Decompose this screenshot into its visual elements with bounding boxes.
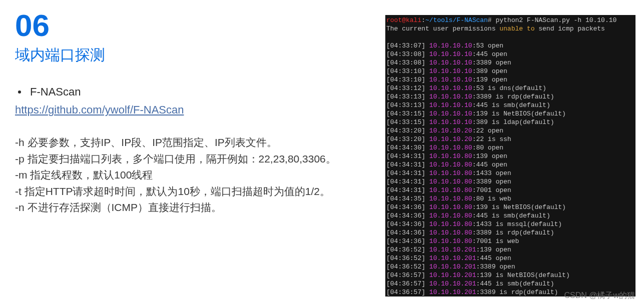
param-line: -h 必要参数，支持IP、IP段、IP范围指定、IP列表文件。 bbox=[15, 134, 370, 151]
param-line: -m 指定线程数，默认100线程 bbox=[15, 167, 370, 184]
param-line: -t 指定HTTP请求超时时间，默认为10秒，端口扫描超时为值的1/2。 bbox=[15, 184, 370, 200]
slide-content: 06 域内端口探测 F-NAScan https://github.com/yw… bbox=[0, 0, 385, 306]
tool-name: F-NAScan bbox=[30, 86, 81, 98]
terminal-wrapper: root@kali:~/tools/F-NAScan# python2 F-NA… bbox=[385, 0, 644, 306]
section-number: 06 bbox=[15, 10, 370, 41]
tool-link[interactable]: https://github.com/ywolf/F-NAScan bbox=[15, 104, 184, 116]
bullet-icon bbox=[18, 90, 21, 94]
section-title: 域内端口探测 bbox=[15, 45, 370, 66]
page-root: 06 域内端口探测 F-NAScan https://github.com/yw… bbox=[0, 0, 644, 306]
tool-bullet: F-NAScan bbox=[15, 86, 370, 98]
terminal-output: root@kali:~/tools/F-NAScan# python2 F-NA… bbox=[385, 15, 635, 296]
watermark: CSDN @橘子w的猫 bbox=[564, 290, 635, 301]
param-line: -p 指定要扫描端口列表，多个端口使用，隔开例如：22,23,80,3306。 bbox=[15, 151, 370, 168]
param-list: -h 必要参数，支持IP、IP段、IP范围指定、IP列表文件。-p 指定要扫描端… bbox=[15, 134, 370, 216]
param-line: -n 不进行存活探测（ICMP）直接进行扫描。 bbox=[15, 200, 370, 216]
